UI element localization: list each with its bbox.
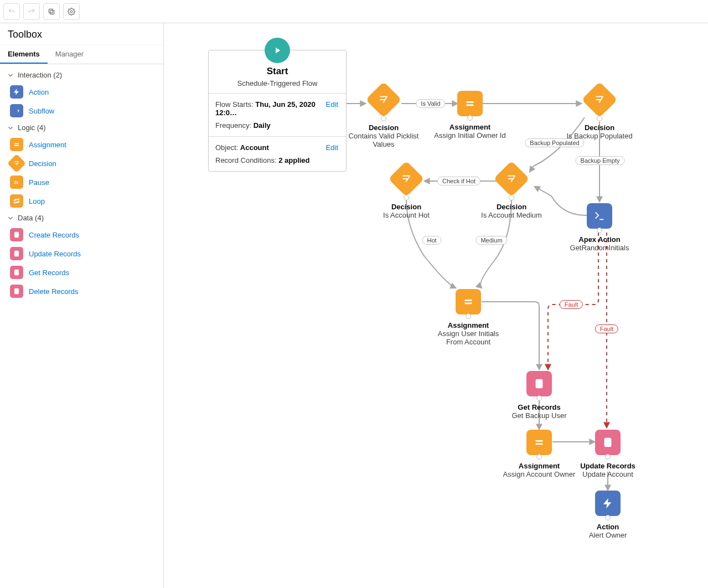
play-icon [265, 38, 290, 63]
palette-loop[interactable]: Loop [0, 192, 163, 210]
group-label: Logic (4) [18, 123, 46, 132]
node-port[interactable] [466, 313, 471, 319]
node-port[interactable] [597, 116, 602, 121]
palette-get-records[interactable]: Get Records [0, 263, 163, 282]
create-records-icon [10, 228, 23, 241]
label-medium: Medium [476, 236, 507, 245]
assignment-icon [457, 91, 483, 116]
node-decision-backup[interactable]: Decision Is Backup Populated [561, 87, 638, 140]
item-label: Subflow [29, 107, 54, 115]
edit-object-link[interactable]: Edit [326, 143, 339, 152]
flow-canvas[interactable]: Start Schedule-Triggered Flow Flow Start… [164, 23, 708, 588]
start-subtitle: Schedule-Triggered Flow [213, 79, 342, 87]
palette-decision[interactable]: Decision [0, 154, 163, 173]
svg-point-2 [70, 11, 73, 13]
copy-button[interactable] [43, 3, 60, 20]
item-label: Assignment [29, 141, 66, 149]
assignment-icon [526, 430, 552, 455]
decision-icon [365, 81, 401, 117]
update-records-icon [595, 430, 621, 455]
settings-button[interactable] [63, 3, 80, 20]
node-get-records[interactable]: Get Records Get Backup User [500, 371, 578, 420]
chevron-down-icon [7, 214, 14, 222]
node-decision-valid[interactable]: Decision Contains Valid Picklist Values [345, 87, 422, 148]
start-title: Start [213, 66, 342, 77]
undo-button[interactable] [3, 3, 20, 20]
palette-pause[interactable]: Zz Pause [0, 173, 163, 192]
node-port[interactable] [467, 115, 473, 121]
label-hot: Hot [422, 236, 441, 245]
palette-update-records[interactable]: Update Records [0, 244, 163, 263]
svg-text:Zz: Zz [14, 180, 18, 184]
node-decision-medium[interactable]: Decision Is Account Medium [473, 166, 550, 219]
chevron-down-icon [7, 71, 14, 79]
node-apex-action[interactable]: Apex Action GetRandomInitials [561, 203, 638, 252]
edit-schedule-link[interactable]: Edit [326, 100, 339, 117]
item-label: Get Records [29, 269, 69, 277]
node-decision-hot[interactable]: Decision Is Account Hot [368, 166, 445, 219]
redo-button[interactable] [23, 3, 40, 20]
subflow-icon [10, 104, 23, 117]
palette-assignment[interactable]: Assignment [0, 135, 163, 154]
node-port[interactable] [605, 515, 611, 520]
decision-icon [7, 154, 26, 173]
label-fault2: Fault [595, 324, 618, 333]
label-backup-populated: Backup Populated [525, 138, 584, 147]
node-assignment-owner[interactable]: Assignment Assign Account Owner [500, 430, 578, 478]
palette-create-records[interactable]: Create Records [0, 225, 163, 244]
toolbox-sidebar: Toolbox Elements Manager Interaction (2)… [0, 23, 164, 588]
delete-records-icon [10, 285, 23, 298]
svg-rect-0 [50, 10, 54, 14]
item-label: Decision [29, 159, 56, 168]
item-label: Create Records [29, 231, 79, 239]
get-records-icon [526, 371, 552, 396]
loop-icon [10, 194, 23, 208]
item-label: Action [29, 88, 49, 96]
group-label: Data (4) [18, 214, 44, 222]
item-label: Pause [29, 178, 49, 187]
assignment-icon [456, 289, 481, 314]
chevron-down-icon [7, 124, 14, 132]
node-port[interactable] [597, 228, 602, 233]
palette-subflow[interactable]: Subflow [0, 101, 163, 120]
tab-manager[interactable]: Manager [48, 45, 91, 64]
tab-elements[interactable]: Elements [0, 45, 48, 64]
group-interaction[interactable]: Interaction (2) [0, 68, 163, 82]
node-port[interactable] [509, 195, 514, 200]
start-card[interactable]: Start Schedule-Triggered Flow Flow Start… [208, 50, 347, 172]
palette-action[interactable]: Action [0, 82, 163, 101]
palette-delete-records[interactable]: Delete Records [0, 282, 163, 301]
item-label: Delete Records [29, 287, 79, 296]
group-data[interactable]: Data (4) [0, 210, 163, 225]
svg-rect-1 [49, 9, 53, 13]
node-port[interactable] [536, 395, 542, 401]
decision-icon [493, 161, 529, 197]
toolbox-tabs: Elements Manager [0, 45, 163, 64]
decision-icon [388, 161, 424, 197]
group-label: Interaction (2) [18, 71, 62, 79]
node-port[interactable] [536, 454, 542, 460]
node-assignment-initial[interactable]: Assignment Assign Initial Owner Id [431, 91, 509, 140]
label-check-if-hot: Check if Hot [437, 177, 480, 185]
item-label: Update Records [29, 250, 81, 258]
node-port[interactable] [404, 195, 409, 200]
node-action-alert[interactable]: Action Alert Owner [569, 491, 647, 539]
label-is-valid: Is Valid [416, 99, 445, 108]
group-logic[interactable]: Logic (4) [0, 120, 163, 135]
lightning-icon [10, 85, 23, 99]
pause-icon: Zz [10, 176, 23, 189]
lightning-icon [595, 491, 621, 516]
item-label: Loop [29, 197, 45, 205]
node-assignment-initials[interactable]: Assignment Assign User Initials From Acc… [430, 289, 507, 346]
node-update-records[interactable]: Update Records Update Account [569, 430, 647, 478]
node-port[interactable] [381, 116, 386, 121]
header-toolbar [0, 0, 708, 23]
label-fault1: Fault [560, 300, 583, 309]
toolbox-title: Toolbox [0, 23, 163, 45]
node-port[interactable] [605, 454, 611, 460]
get-records-icon [10, 266, 23, 279]
update-records-icon [10, 247, 23, 260]
label-backup-empty: Backup Empty [576, 156, 625, 165]
apex-icon [587, 203, 612, 229]
assignment-icon [10, 138, 23, 151]
